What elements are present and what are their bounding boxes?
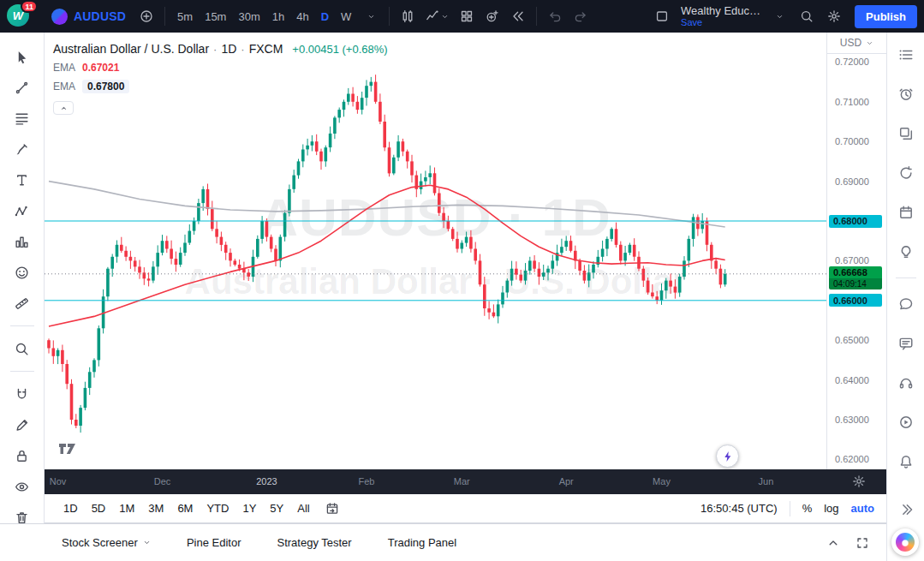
clock-label[interactable]: 16:50:45 (UTC)	[700, 502, 778, 515]
tradingview-logo[interactable]	[58, 442, 84, 456]
settings-button[interactable]	[822, 4, 846, 28]
time-axis[interactable]: NovDec2023FebMarAprMayJun	[45, 469, 886, 494]
currency-selector[interactable]: USD	[827, 33, 886, 54]
time-label: Dec	[144, 476, 182, 486]
trend-icon	[15, 81, 29, 95]
range-button-5y[interactable]: 5Y	[263, 498, 290, 518]
panel-maximize-button[interactable]	[855, 536, 869, 550]
price-axis[interactable]: USD 0.720000.710000.700000.690000.680000…	[826, 33, 886, 469]
streams-button[interactable]	[895, 414, 917, 431]
tab-strategy-tester[interactable]: Strategy Tester	[277, 536, 351, 549]
ai-assistant-button[interactable]	[891, 528, 919, 556]
range-button-all[interactable]: All	[290, 498, 316, 518]
symbol-search-button[interactable]: AUDUSD	[45, 4, 133, 28]
auto-scale-button[interactable]: auto	[851, 502, 874, 515]
economic-calendar-button[interactable]	[895, 204, 917, 221]
support-button[interactable]	[895, 374, 917, 391]
notifications-button[interactable]	[895, 453, 917, 470]
forecast-tool-button[interactable]	[8, 228, 37, 255]
save-link[interactable]: Save	[681, 17, 760, 28]
fib-retracement-tool-button[interactable]	[8, 104, 37, 132]
gotodate-icon	[325, 502, 339, 516]
interval-button-30m[interactable]: 30m	[232, 4, 265, 28]
interval-button-15m[interactable]: 15m	[199, 4, 232, 28]
object-tree-button[interactable]	[895, 125, 917, 142]
range-button-3m[interactable]: 3M	[141, 498, 170, 518]
interval-button-d[interactable]: D	[315, 4, 335, 28]
chart-pane[interactable]: AUDUSD · 1D Australian Dollar · U.S. Dol…	[45, 33, 826, 469]
brush-tool-button[interactable]	[8, 135, 37, 163]
zoom-tool-button[interactable]	[8, 335, 37, 362]
range-button-1m[interactable]: 1M	[112, 498, 141, 518]
watchlist-button[interactable]	[895, 46, 917, 63]
magnet-tool-button[interactable]	[8, 380, 37, 408]
range-button-6m[interactable]: 6M	[170, 498, 200, 518]
compare-add-button[interactable]	[134, 4, 158, 28]
emoji-tool-button[interactable]	[8, 259, 37, 286]
price-tick: 0.70000	[835, 136, 869, 146]
measure-tool-button[interactable]	[8, 289, 37, 317]
layout-name-button[interactable]: Wealthy Educ… Save	[677, 2, 764, 31]
bar-replay-button[interactable]	[506, 4, 530, 28]
last-price-value: 0.66668	[829, 266, 882, 278]
search-button[interactable]	[795, 4, 819, 28]
go-to-date-button[interactable]	[325, 502, 339, 516]
legend-title-row[interactable]: Australian Dollar / U.S. Dollar · 1D · F…	[53, 39, 388, 58]
layout-grid-button[interactable]	[455, 4, 479, 28]
tab-trading-panel[interactable]: Trading Panel	[388, 536, 456, 549]
chevup-icon	[60, 104, 68, 112]
layout-menu-button[interactable]	[767, 4, 791, 28]
quick-action-button[interactable]	[716, 445, 739, 468]
legend-collapse-button[interactable]	[53, 101, 74, 115]
interval-button-4h[interactable]: 4h	[290, 4, 314, 28]
indicators-button[interactable]	[421, 4, 453, 28]
emoji-icon	[15, 266, 29, 280]
tab-pine-editor[interactable]: Pine Editor	[187, 536, 241, 549]
interval-menu-button[interactable]	[359, 4, 383, 28]
range-button-5d[interactable]: 5D	[85, 498, 113, 518]
redo-button[interactable]	[569, 4, 593, 28]
drawing-tool-button[interactable]	[8, 411, 37, 439]
interval-button-w[interactable]: W	[335, 4, 357, 28]
symbol-title[interactable]: Australian Dollar / U.S. Dollar	[53, 42, 209, 56]
interval-button-5m[interactable]: 5m	[171, 4, 199, 28]
chats-button[interactable]	[895, 295, 917, 313]
panel-expand-button[interactable]	[826, 536, 840, 550]
symbol-name: AUDUSD	[74, 9, 126, 23]
brush-icon	[15, 142, 29, 157]
main-menu-button[interactable]: W 11	[7, 4, 31, 28]
remove-drawings-tool-button[interactable]	[8, 504, 37, 531]
log-scale-button[interactable]: log	[824, 502, 838, 515]
text-tool-button[interactable]	[8, 166, 37, 194]
indicator-row[interactable]: EMA0.67021	[53, 58, 388, 77]
trend-line-tool-button[interactable]	[8, 74, 37, 101]
pattern-tool-button[interactable]	[8, 197, 37, 224]
magnet-icon	[15, 387, 29, 402]
messages-button[interactable]	[895, 335, 917, 352]
lock-drawings-tool-button[interactable]	[8, 442, 37, 469]
layout-select-button[interactable]	[650, 4, 674, 28]
collapse-sidebar-button[interactable]	[895, 501, 917, 518]
range-button-1d[interactable]: 1D	[57, 498, 85, 518]
interval-button-1h[interactable]: 1h	[266, 4, 290, 28]
indicator-value: 0.67800	[82, 80, 129, 93]
alerts-button[interactable]	[895, 86, 917, 103]
ideas-button[interactable]	[895, 243, 917, 260]
undo-button[interactable]	[543, 4, 567, 28]
chart-style-button[interactable]	[396, 4, 420, 28]
axis-settings-button[interactable]	[852, 474, 866, 488]
cloudchat-icon	[898, 296, 914, 312]
percent-scale-button[interactable]: %	[802, 502, 813, 515]
hotlists-button[interactable]	[895, 164, 917, 182]
cursor-icon	[15, 50, 29, 64]
create-alert-button[interactable]	[480, 4, 504, 28]
indicator-row[interactable]: EMA0.67800	[53, 77, 388, 96]
tab-stock-screener[interactable]: Stock Screener	[62, 536, 151, 549]
range-button-ytd[interactable]: YTD	[200, 498, 235, 518]
hide-drawings-tool-button[interactable]	[8, 473, 37, 500]
tab-label: Pine Editor	[187, 536, 241, 549]
range-buttons: 1D5D1M3M6MYTD1Y5YAll	[57, 498, 317, 518]
range-button-1y[interactable]: 1Y	[235, 498, 263, 518]
publish-button[interactable]: Publish	[855, 5, 917, 28]
cursor-tool-button[interactable]	[8, 43, 37, 70]
